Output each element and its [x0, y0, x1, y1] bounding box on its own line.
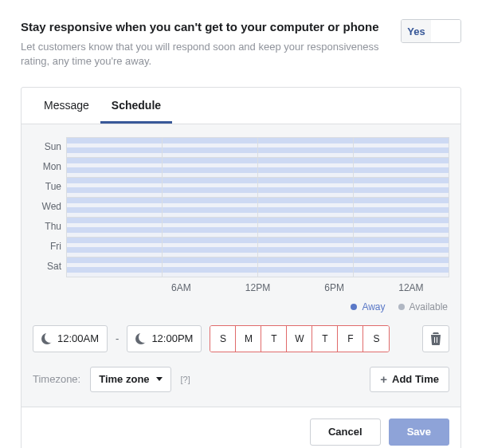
tab-schedule[interactable]: Schedule [100, 88, 172, 124]
dot-icon [398, 304, 405, 310]
grid-row [67, 238, 449, 257]
chevron-down-icon [156, 377, 163, 381]
x-tick: 12PM [219, 282, 296, 293]
add-time-label: Add Time [392, 373, 439, 385]
end-time-value: 12:00PM [151, 332, 193, 344]
add-time-button[interactable]: + Add Time [370, 367, 449, 392]
trash-icon [430, 332, 441, 345]
enable-toggle[interactable]: Yes [401, 19, 461, 43]
legend-away: Away [351, 301, 385, 312]
page-subtitle: Let customers know that you will respond… [21, 40, 385, 69]
chart-x-axis: 6AM 12PM 6PM 12AM [66, 282, 449, 293]
day-toggle-thu[interactable]: T [312, 326, 338, 352]
x-tick: 6PM [296, 282, 373, 293]
grid-row [67, 158, 449, 178]
day-toggle-fri[interactable]: F [338, 326, 363, 352]
grid-row [67, 257, 449, 277]
tab-message[interactable]: Message [33, 88, 100, 124]
panel-header: Stay responsive when you can't get to yo… [21, 19, 461, 69]
day-toggle-mon[interactable]: M [236, 326, 261, 352]
away-schedule-panel: Stay responsive when you can't get to yo… [0, 0, 482, 448]
timezone-label: Timezone: [33, 373, 80, 385]
timezone-row: Timezone: Time zone [?] + Add Time [33, 367, 449, 392]
day-toggle-sun[interactable]: S [210, 326, 236, 352]
day-label: Wed [33, 197, 61, 217]
grid-row [67, 138, 449, 158]
chart-legend: Away Available [33, 301, 448, 312]
day-label: Sun [33, 137, 61, 157]
day-toggle-tue[interactable]: T [261, 326, 287, 352]
toggle-no[interactable] [431, 20, 460, 42]
grid-row [67, 198, 449, 218]
cancel-button[interactable]: Cancel [310, 419, 381, 446]
page-title: Stay responsive when you can't get to yo… [21, 19, 385, 35]
day-selector: S M T W T F S [210, 325, 390, 352]
grid-row [67, 218, 449, 238]
x-tick: 12AM [373, 282, 449, 293]
day-label: Sat [33, 257, 61, 277]
day-label: Tue [33, 177, 61, 197]
chart-grid[interactable] [66, 137, 449, 277]
legend-away-label: Away [362, 301, 385, 312]
schedule-card: Message Schedule Sun Mon Tue Wed Thu Fri… [21, 87, 461, 448]
start-time-value: 12:00AM [57, 332, 99, 344]
delete-range-button[interactable] [422, 325, 449, 352]
schedule-chart: Sun Mon Tue Wed Thu Fri Sat [33, 137, 449, 277]
range-separator: - [116, 332, 119, 344]
legend-available-label: Available [410, 301, 448, 312]
timezone-select[interactable]: Time zone [90, 367, 170, 392]
toggle-yes[interactable]: Yes [402, 20, 431, 42]
timezone-value: Time zone [99, 373, 149, 385]
start-time-picker[interactable]: 12:00AM [33, 325, 108, 352]
header-text: Stay responsive when you can't get to yo… [21, 19, 385, 69]
x-tick: 6AM [143, 282, 219, 293]
day-label: Fri [33, 237, 61, 257]
grid-row [67, 178, 449, 198]
time-range-row: 12:00AM - 12:00PM S M T W T F S [33, 325, 449, 352]
day-toggle-wed[interactable]: W [287, 326, 312, 352]
chart-y-labels: Sun Mon Tue Wed Thu Fri Sat [33, 137, 61, 277]
legend-available: Available [398, 301, 448, 312]
dot-icon [351, 304, 357, 310]
day-toggle-sat[interactable]: S [363, 326, 389, 352]
card-footer: Cancel Save [22, 407, 460, 448]
day-label: Mon [33, 157, 61, 177]
moon-icon [135, 333, 147, 344]
moon-icon [41, 333, 53, 344]
day-label: Thu [33, 217, 61, 237]
card-body: Sun Mon Tue Wed Thu Fri Sat [22, 124, 460, 407]
end-time-picker[interactable]: 12:00PM [127, 325, 202, 352]
save-button[interactable]: Save [389, 419, 449, 446]
tabs: Message Schedule [22, 88, 460, 124]
timezone-help[interactable]: [?] [181, 375, 190, 384]
plus-icon: + [380, 373, 387, 385]
